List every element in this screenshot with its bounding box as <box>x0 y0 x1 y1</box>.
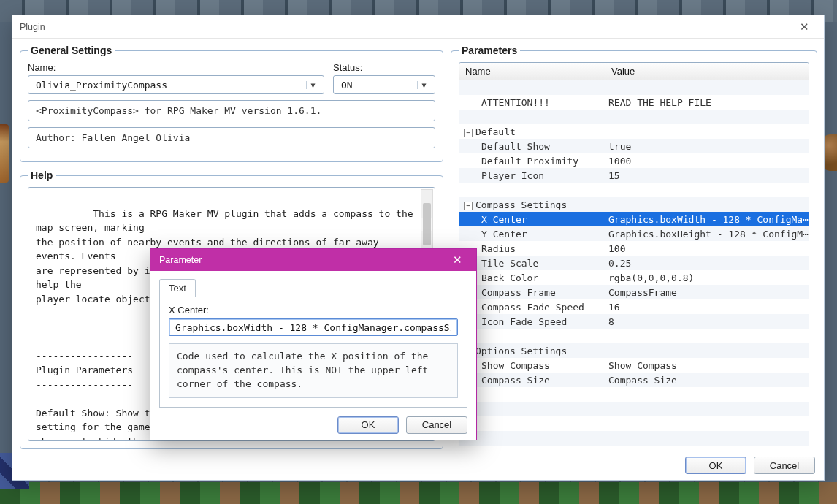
param-name: Back Color <box>459 272 605 283</box>
param-blank-row <box>459 431 809 446</box>
parameter-description: Code used to calculate the X position of… <box>169 343 458 398</box>
param-group-row[interactable]: −Compass Settings <box>459 197 809 212</box>
parameter-cancel-button[interactable]: Cancel <box>406 416 467 434</box>
param-blank-row <box>459 110 809 124</box>
cancel-button[interactable]: Cancel <box>754 457 815 474</box>
scroll-thumb[interactable] <box>423 203 431 245</box>
param-name: X Center <box>459 214 605 225</box>
param-row[interactable]: ATTENTION!!!READ THE HELP FILE <box>459 95 809 110</box>
param-blank-row <box>459 80 809 95</box>
param-group-row[interactable]: −Default <box>459 124 809 139</box>
parameters-header: Name Value <box>459 63 809 80</box>
param-value: CompassFrame <box>605 287 809 298</box>
param-value: true <box>605 141 809 152</box>
param-row[interactable]: Tile Scale0.25 <box>459 256 809 270</box>
plugin-description: <ProximityCompass> for RPG Maker MV vers… <box>28 100 435 121</box>
param-name: Compass Frame <box>459 287 605 298</box>
param-value: 15 <box>605 170 809 181</box>
param-row[interactable]: X CenterGraphics.boxWidth - 128 * Config… <box>459 212 809 226</box>
close-icon[interactable]: ✕ <box>789 16 819 38</box>
param-value: Graphics.boxHeight - 128 * ConfigM⋯ <box>605 229 809 240</box>
param-blank-row <box>459 183 809 197</box>
parameters-group: Parameters Name Value ATTENTION!!!READ T… <box>451 45 817 451</box>
param-value: rgba(0,0,0,0.8) <box>605 272 809 283</box>
tab-text[interactable]: Text <box>159 279 196 297</box>
parameter-value-input[interactable] <box>169 318 458 336</box>
parameter-dialog-titlebar[interactable]: Parameter ✕ <box>150 249 476 271</box>
param-row[interactable]: Compass FrameCompassFrame <box>459 285 809 299</box>
param-row[interactable]: Icon Fade Speed8 <box>459 314 809 329</box>
param-group-row[interactable]: −Options Settings <box>459 343 809 358</box>
param-value: READ THE HELP FILE <box>605 97 809 108</box>
parameters-body: ATTENTION!!!READ THE HELP FILE−DefaultDe… <box>459 80 809 451</box>
param-name: ATTENTION!!! <box>459 97 605 108</box>
status-label: Status: <box>333 62 435 73</box>
param-name: Compass Fade Speed <box>459 302 605 313</box>
parameter-ok-button[interactable]: OK <box>337 416 399 434</box>
plugin-status-value: ON <box>341 80 353 91</box>
param-value: 0.25 <box>605 258 809 269</box>
name-label: Name: <box>28 62 324 73</box>
column-header-name[interactable]: Name <box>459 63 605 80</box>
plugin-window-buttons: OK Cancel <box>12 451 824 480</box>
param-name: Default Proximity <box>459 156 605 167</box>
plugin-status-select[interactable]: ON ▼ <box>333 75 435 94</box>
column-header-value[interactable]: Value <box>605 63 795 80</box>
param-row[interactable]: Y CenterGraphics.boxHeight - 128 * Confi… <box>459 226 809 241</box>
param-value: 16 <box>605 302 809 313</box>
parameter-field-label: X Center: <box>169 305 458 316</box>
chevron-down-icon: ▼ <box>306 81 319 89</box>
general-settings-group: General Settings Name: Olivia_ProximityC… <box>20 45 443 162</box>
param-value: Show Compass <box>605 360 809 371</box>
param-value: 1000 <box>605 156 809 167</box>
parameters-legend: Parameters <box>459 45 520 56</box>
param-blank-row <box>459 329 809 343</box>
param-row[interactable]: Show CompassShow Compass <box>459 358 809 373</box>
param-row[interactable]: Default Showtrue <box>459 139 809 153</box>
plugin-name-select[interactable]: Olivia_ProximityCompass ▼ <box>28 75 324 94</box>
param-name: Player Icon <box>459 170 605 181</box>
param-value: Compass Size <box>605 375 809 386</box>
parameters-table[interactable]: Name Value ATTENTION!!!READ THE HELP FIL… <box>459 62 809 451</box>
param-row[interactable]: Compass SizeCompass Size <box>459 373 809 387</box>
param-row[interactable]: Player Icon15 <box>459 168 809 183</box>
param-name: Y Center <box>459 229 605 240</box>
param-row[interactable]: Back Colorrgba(0,0,0,0.8) <box>459 270 809 285</box>
parameter-tab-pane: X Center: Code used to calculate the X p… <box>159 297 467 408</box>
param-group-name: Compass Settings <box>475 199 567 210</box>
param-group-name: Options Settings <box>475 345 567 356</box>
param-blank-row <box>459 446 809 451</box>
param-name: Show Compass <box>459 360 605 371</box>
param-group-name: Default <box>475 126 516 137</box>
param-name: Default Show <box>459 141 605 152</box>
parameter-dialog-title: Parameter <box>159 255 202 265</box>
param-name: Tile Scale <box>459 258 605 269</box>
param-blank-row <box>459 402 809 416</box>
param-row[interactable]: Default Proximity1000 <box>459 153 809 168</box>
param-value: 100 <box>605 243 809 254</box>
close-icon[interactable]: ✕ <box>443 249 472 271</box>
param-row[interactable]: Radius100 <box>459 241 809 256</box>
param-blank-row <box>459 387 809 402</box>
plugin-window-title: Plugin <box>20 22 45 32</box>
param-row[interactable]: Compass Fade Speed16 <box>459 299 809 314</box>
help-legend: Help <box>28 169 56 181</box>
chevron-down-icon: ▼ <box>417 81 430 89</box>
param-value: 8 <box>605 316 809 327</box>
parameter-dialog: Parameter ✕ Text X Center: Code used to … <box>150 248 477 440</box>
param-blank-row <box>459 416 809 431</box>
column-header-spacer <box>795 63 809 80</box>
plugin-name-value: Olivia_ProximityCompass <box>36 80 167 91</box>
param-name: Radius <box>459 243 605 254</box>
param-name: Icon Fade Speed <box>459 316 605 327</box>
collapse-icon[interactable]: − <box>464 202 473 210</box>
general-settings-legend: General Settings <box>28 45 115 56</box>
collapse-icon[interactable]: − <box>464 129 473 137</box>
ok-button[interactable]: OK <box>685 457 746 474</box>
param-value: Graphics.boxWidth - 128 * ConfigMa⋯ <box>605 214 809 225</box>
plugin-window-titlebar[interactable]: Plugin ✕ <box>12 15 824 39</box>
plugin-author: Author: Fallen Angel Olivia <box>28 127 435 148</box>
param-name: Compass Size <box>459 375 605 386</box>
